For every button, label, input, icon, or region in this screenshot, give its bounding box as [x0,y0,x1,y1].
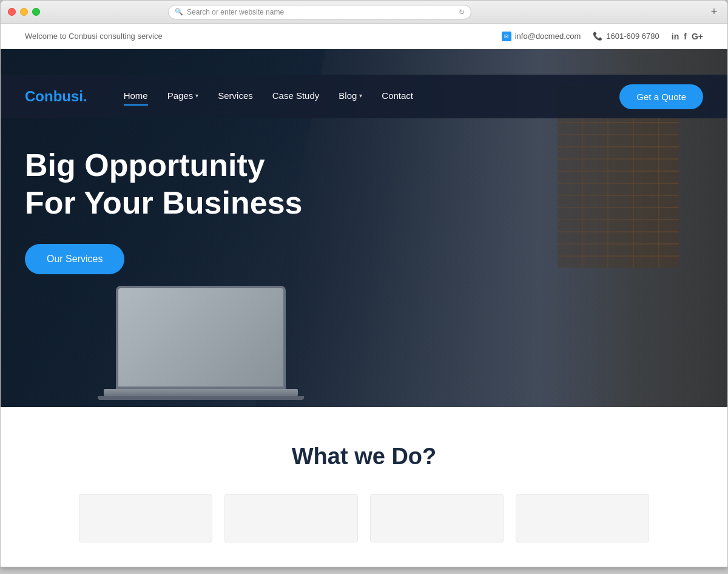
close-button[interactable] [8,8,16,16]
website-content: Welcome to Conbusi consulting service ✉ … [1,24,727,567]
hero-section: Conbusi. Home Pages ▾ Services [1,49,727,407]
address-text: Search or enter website name [187,8,284,16]
googleplus-icon[interactable]: G+ [692,32,703,41]
nav-item-blog[interactable]: Blog ▾ [339,90,362,103]
nav-item-case-study[interactable]: Case Study [272,90,320,103]
top-bar-right: ✉ info@docmed.com 📞 1601-609 6780 in f G… [502,32,703,41]
phone-contact: 📞 1601-609 6780 [593,32,659,41]
browser-titlebar: 🔍 Search or enter website name ↻ + [1,1,727,24]
maximize-button[interactable] [32,8,40,16]
hero-title: Big Opportunity For Your Business [25,146,365,222]
logo-text-main: Conbusi [25,88,83,104]
service-card-4[interactable] [516,494,649,542]
window-controls [8,8,40,16]
facebook-icon[interactable]: f [684,32,687,41]
browser-window: 🔍 Search or enter website name ↻ + Welco… [0,0,728,567]
address-bar[interactable]: 🔍 Search or enter website name ↻ [168,5,471,19]
nav-item-services[interactable]: Services [218,90,253,103]
our-services-button[interactable]: Our Services [25,244,124,274]
blog-dropdown-arrow: ▾ [359,92,362,99]
service-card-1[interactable] [79,494,212,542]
laptop-bottom [98,396,304,400]
laptop-base [104,389,298,396]
get-quote-button[interactable]: Get a Quote [619,84,703,109]
email-icon: ✉ [502,32,511,41]
search-icon: 🔍 [175,8,183,16]
nav-item-contact[interactable]: Contact [382,90,413,103]
email-address[interactable]: info@docmed.com [515,32,581,41]
phone-number[interactable]: 1601-609 6780 [606,32,659,41]
email-contact: ✉ info@docmed.com [502,32,581,41]
new-tab-button[interactable]: + [708,6,720,18]
service-card-2[interactable] [224,494,358,542]
service-card-3[interactable] [370,494,504,542]
welcome-text: Welcome to Conbusi consulting service [25,32,163,41]
top-bar: Welcome to Conbusi consulting service ✉ … [1,24,727,49]
phone-icon: 📞 [593,32,602,41]
site-logo[interactable]: Conbusi. [25,88,87,105]
nav-item-pages[interactable]: Pages ▾ [167,90,199,103]
refresh-icon[interactable]: ↻ [459,8,465,16]
section-title: What we Do? [25,444,703,470]
nav-menu: Home Pages ▾ Services Case Study [124,90,620,103]
pages-dropdown-arrow: ▾ [195,92,198,99]
service-cards-row [25,494,703,542]
minimize-button[interactable] [20,8,28,16]
what-we-do-section: What we Do? [1,407,727,567]
nav-item-home[interactable]: Home [124,90,148,103]
navbar: Conbusi. Home Pages ▾ Services [1,75,727,118]
linkedin-icon[interactable]: in [672,32,679,41]
logo-dot: . [83,88,87,104]
social-icons: in f G+ [672,32,703,41]
